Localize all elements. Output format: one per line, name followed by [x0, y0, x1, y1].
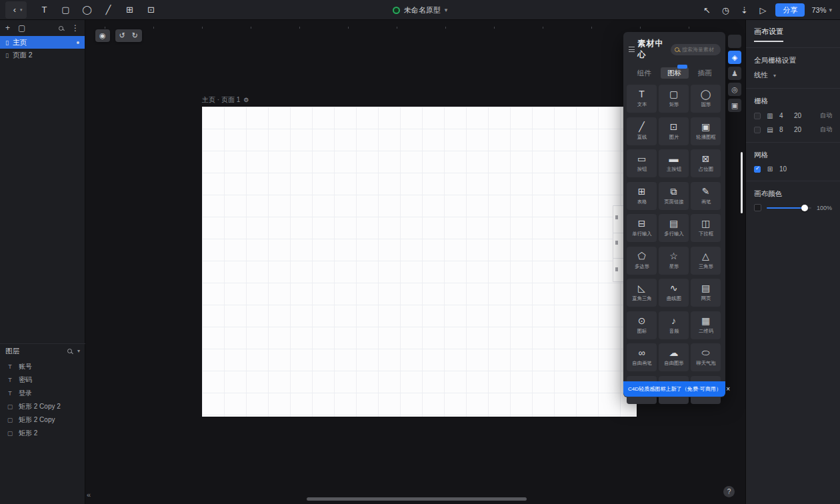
tile-label: 表格 [637, 198, 647, 205]
material-tile[interactable]: ◫ 下拉框 [691, 214, 721, 242]
search-layers-icon[interactable] [67, 349, 72, 353]
chevron-down-icon[interactable]: ▾ [77, 348, 80, 354]
material-tab[interactable]: 插画 [691, 67, 719, 79]
page-item[interactable]: ▯ 主页 [0, 36, 85, 49]
material-tile[interactable]: ∿ 曲线图 [659, 279, 689, 307]
pixel-grid-size[interactable]: 10 [779, 165, 789, 173]
add-page-button[interactable]: + [5, 23, 10, 33]
material-search-input[interactable] [682, 47, 717, 53]
vertical-scrollbar[interactable] [741, 152, 743, 213]
dock-item[interactable]: ◈ [728, 51, 741, 64]
material-tile[interactable]: ▦ 二维码 [691, 311, 721, 339]
checkbox[interactable] [754, 127, 761, 133]
material-tile[interactable]: ☆ 星形 [659, 247, 689, 275]
toolbar-button[interactable]: ▷ [754, 3, 771, 17]
color-swatch[interactable] [754, 204, 761, 211]
help-button[interactable]: ? [723, 486, 735, 497]
tool-button[interactable]: ⊡ [143, 3, 160, 17]
promo-banner[interactable]: C4D轻质感图标上新了（免费·可商用） × [623, 381, 725, 397]
material-tile[interactable]: ∞ 自由画笔 [627, 343, 657, 371]
checkbox[interactable] [754, 113, 761, 119]
material-tile[interactable]: ♪ 音频 [659, 311, 689, 339]
dock-item[interactable] [728, 35, 741, 48]
material-tile[interactable]: ⧉ 页面链接 [659, 182, 689, 210]
frame-icon[interactable]: ▢ [18, 23, 25, 33]
layer-item[interactable]: T 账号 [0, 360, 85, 373]
material-tile[interactable]: ⬠ 多边形 [627, 247, 657, 275]
material-tab[interactable]: 图标 [661, 67, 689, 79]
artboard[interactable] [202, 107, 637, 417]
grid-count[interactable]: 8 [779, 126, 789, 133]
back-button[interactable]: ‹ ▾ [5, 1, 27, 19]
grid-extra[interactable]: 自动 [820, 125, 832, 134]
grid-count[interactable]: 4 [779, 112, 789, 119]
material-tile[interactable]: T 文本 [627, 85, 657, 113]
comment-mode-button[interactable]: ◉ [95, 29, 110, 42]
material-tab[interactable]: 组件 [630, 67, 658, 79]
tool-button[interactable]: ╱ [100, 3, 117, 17]
material-tile[interactable]: ⊠ 占位图 [691, 149, 721, 177]
share-button[interactable]: 分享 [775, 3, 805, 17]
layer-item[interactable]: T 登录 [0, 387, 85, 400]
tab-canvas-settings[interactable]: 画布设置 [746, 20, 840, 37]
material-tile[interactable]: △ 三角形 [691, 247, 721, 275]
grid-gap[interactable]: 20 [794, 126, 803, 133]
material-tile[interactable]: ✎ 画笔 [691, 182, 721, 210]
tool-button[interactable]: ▢ [57, 3, 75, 17]
file-title: 未命名原型 [404, 5, 441, 15]
toolbar-button[interactable]: ⇣ [735, 3, 753, 17]
zoom-selector[interactable]: 73% ▾ [809, 6, 835, 14]
save-icon: ▣ [731, 101, 738, 110]
page-options-dot[interactable] [77, 41, 79, 44]
material-tabs: 组件 图标 插画 [623, 63, 725, 80]
layer-item[interactable]: ▢ 矩形 2 Copy [0, 413, 85, 427]
toolbar-button[interactable]: ↖ [698, 3, 715, 17]
pointer-icon: ↖ [703, 5, 711, 15]
grid-gap[interactable]: 20 [794, 112, 803, 119]
layer-item[interactable]: T 密码 [0, 373, 85, 387]
material-search[interactable] [671, 44, 721, 55]
tile-label: 下拉框 [698, 230, 713, 237]
tool-button[interactable]: T [36, 3, 53, 17]
layer-item[interactable]: ▢ 矩形 2 [0, 427, 85, 440]
material-tile[interactable]: ▤ 网页 [691, 279, 721, 307]
material-tile[interactable]: ◯ 圆形 [691, 85, 721, 113]
tile-label: 图片 [669, 133, 679, 140]
material-tile[interactable]: ▢ 矩形 [659, 85, 689, 113]
dock-item[interactable]: ▣ [728, 99, 741, 112]
gear-icon[interactable]: ⚙ [243, 97, 249, 103]
page-item[interactable]: ▯ 页面 2 [0, 49, 85, 61]
grid-extra[interactable]: 自动 [820, 111, 832, 120]
material-tile[interactable]: ▭ 按钮 [627, 149, 657, 177]
tool-button[interactable]: ◯ [79, 3, 96, 17]
slider-thumb[interactable] [801, 205, 808, 211]
opacity-slider[interactable] [767, 207, 811, 209]
file-menu-caret-icon[interactable]: ▾ [445, 7, 448, 13]
close-icon[interactable]: × [726, 385, 730, 393]
material-tile[interactable]: ▣ 轮播图框 [691, 117, 721, 145]
horizontal-scrollbar[interactable] [307, 497, 527, 501]
material-tile[interactable]: ⊡ 图片 [659, 117, 689, 145]
kebab-menu-icon[interactable]: ⋮ [71, 23, 79, 33]
material-tile[interactable]: ▬ 主按钮 [659, 149, 689, 177]
material-tile[interactable]: ☁ 自由图形 [659, 343, 689, 371]
material-tile[interactable]: ⬭ 聊天气泡 [691, 343, 721, 371]
material-tile[interactable]: ⊟ 单行输入 [627, 214, 657, 242]
tool-button[interactable]: ⊞ [121, 3, 139, 17]
material-tile[interactable]: ▤ 多行输入 [659, 214, 689, 242]
grid-preset-dropdown[interactable]: 线性 ▾ [746, 68, 840, 83]
dock-item[interactable]: ◎ [728, 83, 741, 96]
artboard-breadcrumb[interactable]: 主页 · 页面 1 ⚙ [202, 95, 249, 105]
material-tile[interactable]: ◺ 直角三角 [627, 279, 657, 307]
material-tile[interactable]: ⊞ 表格 [627, 182, 657, 210]
material-tile[interactable]: ⊙ 图标 [627, 311, 657, 339]
toolbar-button[interactable]: ◷ [717, 3, 734, 17]
pixel-grid-checkbox[interactable] [754, 166, 761, 173]
dock-item[interactable]: ♟ [728, 67, 741, 80]
material-tile[interactable]: ╱ 直线 [627, 117, 657, 145]
redo-button[interactable]: ↻ [132, 31, 138, 40]
layer-item[interactable]: ▢ 矩形 2 Copy 2 [0, 400, 85, 413]
undo-button[interactable]: ↺ [119, 31, 125, 40]
search-icon[interactable] [59, 26, 63, 31]
collapse-sidebar-button[interactable]: « [87, 491, 91, 499]
